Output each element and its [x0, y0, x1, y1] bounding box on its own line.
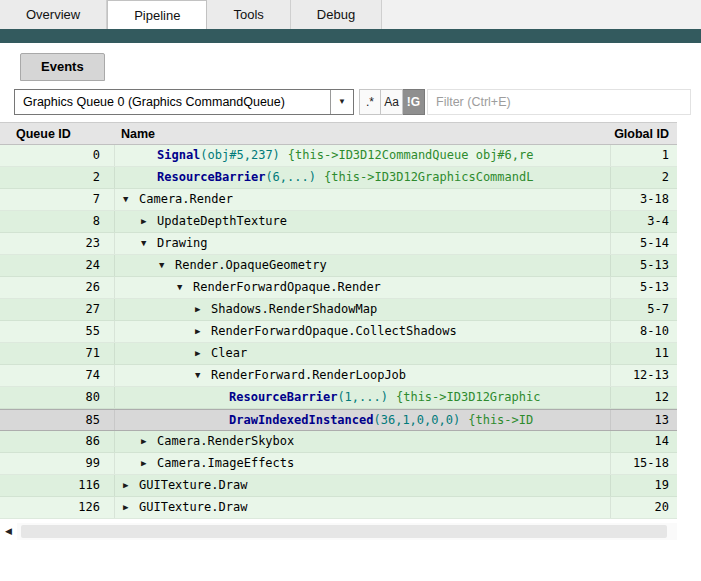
expand-arrow-icon[interactable]: ▶: [195, 299, 211, 320]
expand-arrow-icon[interactable]: ▶: [141, 211, 157, 232]
global-id-cell: 14: [610, 431, 677, 452]
table-body: 0 Signal (obj#5,237) {this->ID3D12Comman…: [0, 145, 677, 519]
expand-arrow-icon[interactable]: ▶: [123, 497, 139, 518]
main-tab[interactable]: Debug: [291, 0, 382, 29]
table-row[interactable]: 99 ▶ Camera.ImageEffects 15-18: [0, 453, 677, 475]
queue-id-cell: 27: [0, 299, 115, 320]
regex-toggle-button[interactable]: .*: [359, 89, 381, 115]
api-call-name: DrawIndexedInstanced: [229, 410, 374, 430]
api-call-params: (6,...): [265, 167, 316, 188]
table-row[interactable]: 74 ▼ RenderForward.RenderLoopJob 12-13: [0, 365, 677, 387]
queue-id-cell: 8: [0, 211, 115, 232]
name-cell: ▶ GUITexture.Draw: [115, 497, 610, 518]
name-cell: ▼ RenderForwardOpaque.Render: [115, 277, 610, 298]
table-row[interactable]: 23 ▼ Drawing 5-14: [0, 233, 677, 255]
table-row[interactable]: 55 ▶ RenderForwardOpaque.CollectShadows …: [0, 321, 677, 343]
column-header-queue-id: Queue ID: [0, 123, 115, 144]
event-marker-label: RenderForwardOpaque.CollectShadows: [211, 321, 457, 342]
queue-id-cell: 116: [0, 475, 115, 496]
global-id-cell: 12: [610, 387, 677, 408]
global-id-cell: 13: [610, 410, 677, 430]
expand-arrow-icon[interactable]: ▶: [141, 453, 157, 474]
event-marker-label: Shadows.RenderShadowMap: [211, 299, 377, 320]
global-id-cell: 2: [610, 167, 677, 188]
name-cell: DrawIndexedInstanced (36,1,0,0,0) {this-…: [115, 410, 610, 430]
global-id-cell: 3-18: [610, 189, 677, 210]
table-row[interactable]: 86 ▶ Camera.RenderSkybox 14: [0, 431, 677, 453]
global-id-cell: 19: [610, 475, 677, 496]
name-cell: ResourceBarrier (6,...) {this->ID3D12Gra…: [115, 167, 610, 188]
queue-id-cell: 74: [0, 365, 115, 386]
global-id-cell: 8-10: [610, 321, 677, 342]
expand-arrow-icon[interactable]: ▶: [195, 321, 211, 342]
api-call-this-pointer: {this->ID3D12Graphic: [396, 387, 541, 408]
events-panel: Events Graphics Queue 0 (Graphics Comman…: [0, 43, 701, 540]
table-row[interactable]: 26 ▼ RenderForwardOpaque.Render 5-13: [0, 277, 677, 299]
event-browser-table: Queue ID Name Global ID 0 Signal (obj#5,…: [0, 122, 701, 519]
api-call-this-pointer: {this->ID3D12GraphicsCommandL: [324, 167, 534, 188]
table-row[interactable]: 8 ▶ UpdateDepthTexture 3-4: [0, 211, 677, 233]
event-marker-label: RenderForward.RenderLoopJob: [211, 365, 406, 386]
event-marker-label: GUITexture.Draw: [139, 497, 247, 518]
global-id-cell: 20: [610, 497, 677, 518]
table-row[interactable]: 7 ▼ Camera.Render 3-18: [0, 189, 677, 211]
main-tab[interactable]: Tools: [207, 0, 290, 29]
case-sensitive-toggle-button[interactable]: Aa: [381, 89, 403, 115]
expand-arrow-icon[interactable]: ▼: [177, 277, 193, 298]
main-tab[interactable]: Pipeline: [107, 0, 207, 29]
api-call-name: ResourceBarrier: [229, 387, 337, 408]
scroll-left-button[interactable]: ◀: [0, 523, 17, 540]
queue-id-cell: 23: [0, 233, 115, 254]
horizontal-scrollbar[interactable]: ◀: [0, 523, 677, 540]
name-cell: ▶ Camera.ImageEffects: [115, 453, 610, 474]
table-row[interactable]: 0 Signal (obj#5,237) {this->ID3D12Comman…: [0, 145, 677, 167]
table-row[interactable]: 71 ▶ Clear 11: [0, 343, 677, 365]
event-marker-label: Drawing: [157, 233, 208, 254]
expand-arrow-icon[interactable]: ▶: [195, 343, 211, 364]
expand-arrow-icon[interactable]: ▼: [141, 233, 157, 254]
queue-id-cell: 126: [0, 497, 115, 518]
filter-input[interactable]: [427, 89, 691, 115]
queue-id-cell: 0: [0, 145, 115, 166]
table-row[interactable]: 24 ▼ Render.OpaqueGeometry 5-13: [0, 255, 677, 277]
event-marker-label: RenderForwardOpaque.Render: [193, 277, 381, 298]
expand-arrow-icon[interactable]: ▼: [123, 189, 139, 210]
scrollbar-thumb[interactable]: [21, 525, 667, 538]
global-id-cell: 5-14: [610, 233, 677, 254]
queue-select[interactable]: Graphics Queue 0 (Graphics CommandQueue)…: [14, 89, 354, 115]
expand-arrow-icon[interactable]: ▼: [195, 365, 211, 386]
table-row[interactable]: 126 ▶ GUITexture.Draw 20: [0, 497, 677, 519]
scrollbar-track[interactable]: [17, 523, 677, 540]
table-row[interactable]: 85 DrawIndexedInstanced (36,1,0,0,0) {th…: [0, 409, 677, 431]
expand-arrow-icon[interactable]: ▼: [159, 255, 175, 276]
expand-arrow-icon[interactable]: ▶: [141, 431, 157, 452]
queue-id-cell: 80: [0, 387, 115, 408]
table-row[interactable]: 80 ResourceBarrier (1,...) {this->ID3D12…: [0, 387, 677, 409]
name-cell: ▶ GUITexture.Draw: [115, 475, 610, 496]
name-cell: ▼ Camera.Render: [115, 189, 610, 210]
queue-id-cell: 99: [0, 453, 115, 474]
main-tab[interactable]: Overview: [0, 0, 107, 29]
column-header-name: Name: [115, 123, 610, 144]
table-row[interactable]: 2 ResourceBarrier (6,...) {this->ID3D12G…: [0, 167, 677, 189]
api-call-params: (obj#5,237): [200, 145, 279, 166]
table-row[interactable]: 27 ▶ Shadows.RenderShadowMap 5-7: [0, 299, 677, 321]
dock-separator: [0, 29, 701, 43]
global-id-cell: 3-4: [610, 211, 677, 232]
table-row[interactable]: 116 ▶ GUITexture.Draw 19: [0, 475, 677, 497]
name-cell: Signal (obj#5,237) {this->ID3D12CommandQ…: [115, 145, 610, 166]
api-call-params: (36,1,0,0,0): [374, 410, 461, 430]
name-cell: ▼ RenderForward.RenderLoopJob: [115, 365, 610, 386]
global-id-cell: 12-13: [610, 365, 677, 386]
tab-events[interactable]: Events: [20, 53, 105, 81]
events-panel-window: Overview Pipeline Tools Debug Events Gra…: [0, 0, 701, 540]
column-header-global-id: Global ID: [610, 123, 677, 144]
event-marker-label: Camera.Render: [139, 189, 233, 210]
filter-mode-toggle-button[interactable]: !G: [403, 89, 425, 115]
chevron-down-icon[interactable]: ▼: [330, 90, 353, 114]
queue-id-cell: 55: [0, 321, 115, 342]
queue-id-cell: 85: [0, 410, 115, 430]
queue-select-value: Graphics Queue 0 (Graphics CommandQueue): [15, 95, 330, 109]
expand-arrow-icon[interactable]: ▶: [123, 475, 139, 496]
queue-id-cell: 24: [0, 255, 115, 276]
